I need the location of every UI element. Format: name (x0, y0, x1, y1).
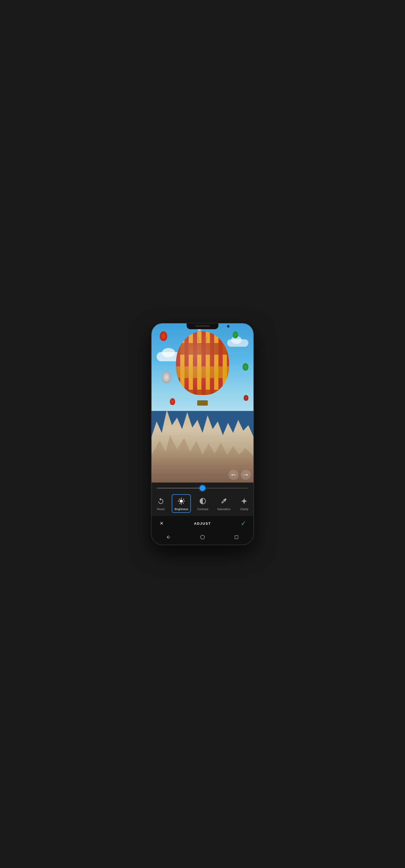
brightness-label: Brightness (174, 507, 188, 511)
balloon-small-3 (162, 371, 171, 383)
cloud-right (227, 339, 249, 347)
balloon-small-6 (243, 395, 249, 401)
cancel-button[interactable]: × (157, 519, 166, 528)
contrast-icon (198, 496, 207, 506)
balloon-small-4 (233, 331, 238, 338)
clarity-icon (239, 496, 249, 506)
saturation-icon (219, 496, 229, 506)
svg-point-0 (201, 535, 205, 539)
slider-track[interactable] (157, 488, 248, 488)
reset-icon (156, 496, 166, 506)
phone-frame: Reset Brightness Contrast (151, 322, 254, 546)
tool-clarity[interactable]: Clarity (237, 494, 252, 513)
svg-rect-1 (235, 536, 238, 539)
speaker (195, 325, 210, 327)
adjust-title: ADJUST (194, 522, 211, 526)
undo-button[interactable] (229, 470, 239, 480)
home-button[interactable] (198, 533, 207, 541)
tools-row: Reset Brightness Contrast (151, 492, 254, 516)
recent-button[interactable] (232, 533, 241, 541)
photo-controls (229, 470, 251, 480)
photo-area (151, 323, 254, 483)
balloon-small-7 (170, 398, 175, 405)
tool-saturation[interactable]: Saturation (214, 494, 233, 513)
confirm-button[interactable]: ✓ (239, 519, 248, 528)
tool-brightness[interactable]: Brightness (172, 494, 191, 513)
slider-fill (157, 488, 202, 488)
tool-reset[interactable]: Reset (153, 494, 168, 513)
balloon-small-5 (242, 363, 249, 371)
phone-inner: Reset Brightness Contrast (151, 323, 254, 545)
main-balloon (176, 331, 229, 406)
bottom-bar: × ADJUST ✓ (151, 516, 254, 531)
clarity-label: Clarity (240, 507, 249, 511)
slider-area (151, 483, 254, 492)
saturation-label: Saturation (217, 507, 230, 511)
nav-bar (151, 531, 254, 545)
balloon-basket (197, 400, 208, 406)
slider-thumb[interactable] (200, 485, 205, 491)
brightness-icon (176, 496, 186, 506)
balloon-small-2 (198, 327, 201, 331)
balloon-small-1 (160, 331, 167, 341)
contrast-label: Contrast (197, 507, 208, 511)
balloon-ropes (197, 337, 208, 342)
reset-label: Reset (157, 507, 165, 511)
redo-button[interactable] (241, 470, 251, 480)
back-button[interactable] (164, 533, 173, 541)
camera (227, 325, 230, 328)
tool-contrast[interactable]: Contrast (195, 494, 211, 513)
